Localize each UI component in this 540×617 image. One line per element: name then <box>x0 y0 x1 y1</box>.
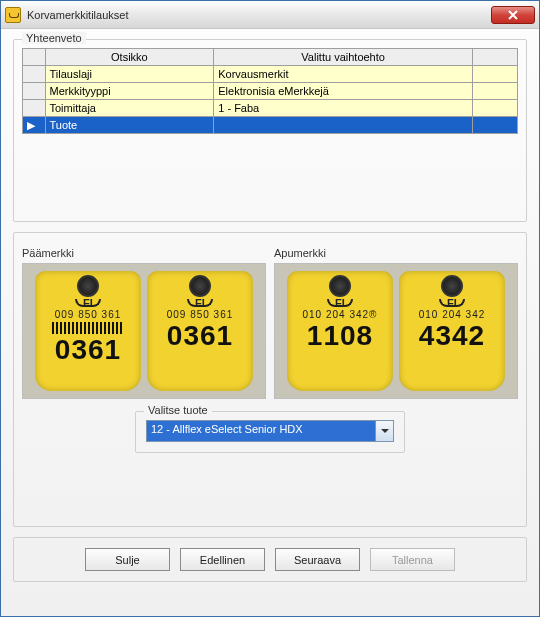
grid-rowheader-col <box>23 49 46 66</box>
apumerkki-label: Apumerkki <box>274 247 518 259</box>
table-row[interactable]: Toimittaja1 - Faba <box>23 100 518 117</box>
cell-spare <box>473 100 518 117</box>
cell-key: Toimittaja <box>45 100 214 117</box>
cell-spare <box>473 83 518 100</box>
summary-groupbox: Yhteenveto Otsikko Valittu vaihtoehto Ti… <box>13 39 527 222</box>
eartag: FI 010 204 342 4342 <box>399 271 505 391</box>
preview-groupbox: Päämerkki FI 009 850 361 0361 FI 00 <box>13 232 527 527</box>
apumerkki-image: FI 010 204 342® 1108 FI 010 204 342 4342 <box>274 263 518 399</box>
client-area: Yhteenveto Otsikko Valittu vaihtoehto Ti… <box>1 29 539 616</box>
row-indicator <box>23 66 46 83</box>
eartag: FI 010 204 342® 1108 <box>287 271 393 391</box>
button-row: Sulje Edellinen Seuraava Tallenna <box>13 537 527 582</box>
cell-key: Merkkityyppi <box>45 83 214 100</box>
cell-value: Korvausmerkit <box>214 66 473 83</box>
paamerkki-column: Päämerkki FI 009 850 361 0361 FI 00 <box>22 247 266 399</box>
row-indicator <box>23 83 46 100</box>
table-row[interactable]: TilauslajiKorvausmerkit <box>23 66 518 83</box>
product-select-legend: Valitse tuote <box>144 404 212 416</box>
barcode <box>52 322 124 334</box>
cell-key: Tuote <box>45 117 214 134</box>
previous-button[interactable]: Edellinen <box>180 548 265 571</box>
paamerkki-image: FI 009 850 361 0361 FI 009 850 361 0361 <box>22 263 266 399</box>
cell-value: Elektronisia eMerkkejä <box>214 83 473 100</box>
summary-legend: Yhteenveto <box>22 32 86 44</box>
grid-header-key[interactable]: Otsikko <box>45 49 214 66</box>
title-bar: Korvamerkkitilaukset <box>1 1 539 29</box>
apumerkki-column: Apumerkki FI 010 204 342® 1108 FI 010 20… <box>274 247 518 399</box>
table-row[interactable]: ▶Tuote <box>23 117 518 134</box>
close-button[interactable]: Sulje <box>85 548 170 571</box>
product-combobox-value: 12 - Allflex eSelect Senior HDX <box>147 421 375 441</box>
row-indicator <box>23 100 46 117</box>
summary-grid[interactable]: Otsikko Valittu vaihtoehto TilauslajiKor… <box>22 48 518 134</box>
app-icon <box>5 7 21 23</box>
save-button: Tallenna <box>370 548 455 571</box>
cell-spare <box>473 117 518 134</box>
cell-value <box>214 117 473 134</box>
cell-key: Tilauslaji <box>45 66 214 83</box>
chevron-down-icon <box>381 427 389 435</box>
product-combobox-button[interactable] <box>375 421 393 441</box>
grid-header-spare <box>473 49 518 66</box>
grid-header-value[interactable]: Valittu vaihtoehto <box>214 49 473 66</box>
row-indicator: ▶ <box>23 117 46 134</box>
next-button[interactable]: Seuraava <box>275 548 360 571</box>
window-title: Korvamerkkitilaukset <box>27 9 128 21</box>
eartag: FI 009 850 361 0361 <box>147 271 253 391</box>
paamerkki-label: Päämerkki <box>22 247 266 259</box>
dialog-window: Korvamerkkitilaukset Yhteenveto Otsikko … <box>0 0 540 617</box>
cell-spare <box>473 66 518 83</box>
close-icon <box>508 10 518 20</box>
table-row[interactable]: MerkkityyppiElektronisia eMerkkejä <box>23 83 518 100</box>
eartag: FI 009 850 361 0361 <box>35 271 141 391</box>
product-select-groupbox: Valitse tuote 12 - Allflex eSelect Senio… <box>135 411 405 453</box>
close-window-button[interactable] <box>491 6 535 24</box>
product-combobox[interactable]: 12 - Allflex eSelect Senior HDX <box>146 420 394 442</box>
cell-value: 1 - Faba <box>214 100 473 117</box>
